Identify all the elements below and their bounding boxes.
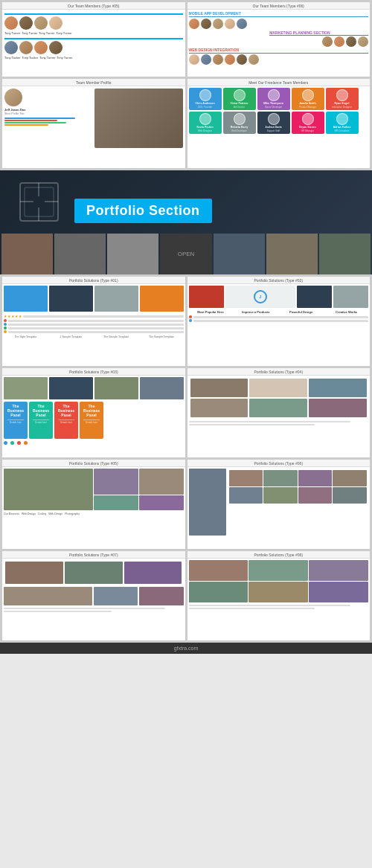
type8-i1 <box>189 560 248 581</box>
banner-img-inner-7 <box>319 234 371 274</box>
fc-name-10: Adrian Forbes <box>333 126 351 129</box>
pcard-4: The Business Panel Details here <box>80 402 103 439</box>
profile-right <box>94 89 182 148</box>
type3-img-1 <box>4 377 48 399</box>
mobile-av-5 <box>237 19 247 29</box>
mobile-avatars <box>189 19 369 29</box>
type6-i4 <box>333 470 367 486</box>
fc-card-5: Ryan Siegel Interactive Designer <box>326 88 359 110</box>
type2-row-2 <box>189 319 369 322</box>
star-4: ★ <box>15 314 18 318</box>
type4-item-6 <box>309 399 367 417</box>
port-label-08: Portfolio Solutions (Type #08) <box>187 551 371 559</box>
fc-name-7: Roberta Barry <box>231 126 248 129</box>
port-line-1 <box>23 315 184 318</box>
type6-layout <box>189 469 369 536</box>
slide-team-05: Our Team Members (Type #05) Tony Turner … <box>2 2 185 77</box>
type7-i1 <box>5 562 63 584</box>
type3-cards: The Business Panel Details here The Busi… <box>4 402 184 439</box>
port-images-01 <box>4 286 184 312</box>
type2-dot-2 <box>189 319 192 322</box>
port-label-03: Portfolio Solutions (Type #03) <box>2 368 185 376</box>
fc-name-6: Kevin Poulen <box>196 126 213 129</box>
slide-label-05: Our Team Members (Type #05) <box>2 2 185 10</box>
profile-text: Short Profile Text <box>4 112 92 115</box>
person-name-1: Tony Turner <box>4 31 20 35</box>
banner-icon-svg <box>19 181 60 222</box>
fc-name-5: Ryan Siegel <box>335 102 350 105</box>
skill-bar-1 <box>4 118 75 119</box>
person-name-3: Tony Turner <box>39 31 54 35</box>
fc-name-2: Victor Paterno <box>231 102 248 105</box>
type4-text <box>189 421 369 425</box>
type2-lbl-1: Most Popular Here <box>189 310 233 314</box>
web-avatars <box>189 54 369 65</box>
port-content-01: ★ ★ ★ ★ ★ <box>2 284 185 340</box>
type4-line-1 <box>189 421 350 422</box>
type3-dots-row <box>4 441 184 445</box>
web-av-1 <box>189 54 199 65</box>
star-1: ★ <box>4 314 7 318</box>
type4-item-4 <box>190 399 248 417</box>
profile-left: Jeff Jason Doe Short Profile Text <box>4 89 92 148</box>
type1-label-3: The Sample Template <box>94 335 138 338</box>
type2-images: J <box>189 286 369 308</box>
type4-item-1 <box>190 379 248 397</box>
port-label-01: Portfolio Solutions (Type #01) <box>2 277 185 284</box>
type2-line-1 <box>193 316 369 318</box>
mobile-header: MOBILE APP DEVELOPMENT <box>189 11 369 17</box>
bottom-watermark: gfxtra.com <box>0 643 372 654</box>
mobile-av-2 <box>201 19 211 29</box>
avatar-5 <box>4 41 18 54</box>
type8-i3 <box>309 560 368 581</box>
banner-title-box: Portfolio Section <box>74 199 212 223</box>
slide-team-06: Our Team Members (Type #06) MOBILE APP D… <box>187 2 371 77</box>
avatar-row-names: Tony Turner Tony Turner Tony Turner Tony… <box>4 31 183 35</box>
fc-avatar-3 <box>268 89 280 101</box>
avatar-6 <box>19 41 33 54</box>
type8-i2 <box>248 560 308 581</box>
type7-row <box>4 560 184 585</box>
type7-line-2 <box>4 611 112 612</box>
port-dot-2 <box>4 323 7 326</box>
type1-label-4: The Sample Template <box>140 335 184 338</box>
port-content-05: Our Business Web Design Coding Web Desig… <box>2 467 185 517</box>
type5-img-5 <box>139 495 184 510</box>
type2-logo-circle: J <box>254 290 267 303</box>
port-content-04 <box>187 376 371 428</box>
dot-red <box>17 441 21 445</box>
skill-bar-4 <box>4 124 48 126</box>
fc-avatar-4 <box>302 89 314 101</box>
port-content-03: The Business Panel Details here The Busi… <box>2 376 185 446</box>
fc-avatar-2 <box>234 89 246 101</box>
port-row-5 <box>4 330 184 333</box>
person-name-6: Tony Tucker <box>22 56 39 60</box>
avatar-row-bottom-names: Tony Tucker Tony Tucker Tony Turner Tony… <box>4 56 183 60</box>
type5-lbl-2: Web Design <box>22 512 36 515</box>
web-design-header: WEB DESIGN INTEGRATION <box>189 48 369 54</box>
slide-freelance: Meet Our Freelance Team Members Chris An… <box>187 79 371 168</box>
pcard-line-3 <box>58 419 74 420</box>
type5-labels: Our Business Web Design Coding Web Desig… <box>4 512 184 515</box>
type6-i5 <box>229 487 263 504</box>
banner-img-inner-1 <box>1 234 53 274</box>
type3-img-3 <box>94 377 138 399</box>
fc-card-3: Mike Thompson Senior Developer <box>257 88 290 110</box>
type7-line-1 <box>4 608 165 609</box>
type2-labels-row: Most Popular Here Improve a Products Pow… <box>189 310 369 314</box>
port-label-04: Portfolio Solutions (Type #04) <box>187 368 371 376</box>
port-row-1: ★ ★ ★ ★ ★ <box>4 314 184 318</box>
fc-card-6: Kevin Poulen Web Designer <box>189 112 222 134</box>
portfolio-slides-grid: Portfolio Solutions (Type #01) ★ ★ ★ ★ <box>0 274 372 643</box>
freelance-cards: Chris Anderson CEO, Founder Victor Pater… <box>187 86 371 135</box>
banner-images: OPEN <box>0 234 372 274</box>
type8-i4 <box>189 582 248 602</box>
type2-row-1 <box>189 315 369 318</box>
mkt-av-3 <box>346 36 356 47</box>
banner-img-inner-6 <box>266 234 318 274</box>
fc-avatar-5 <box>336 89 348 101</box>
avatar-1 <box>4 16 18 30</box>
port-label-02: Portfolio Solutions (Type #02) <box>187 277 371 284</box>
port-line-4 <box>8 327 184 329</box>
mkt-av-4 <box>358 36 368 47</box>
